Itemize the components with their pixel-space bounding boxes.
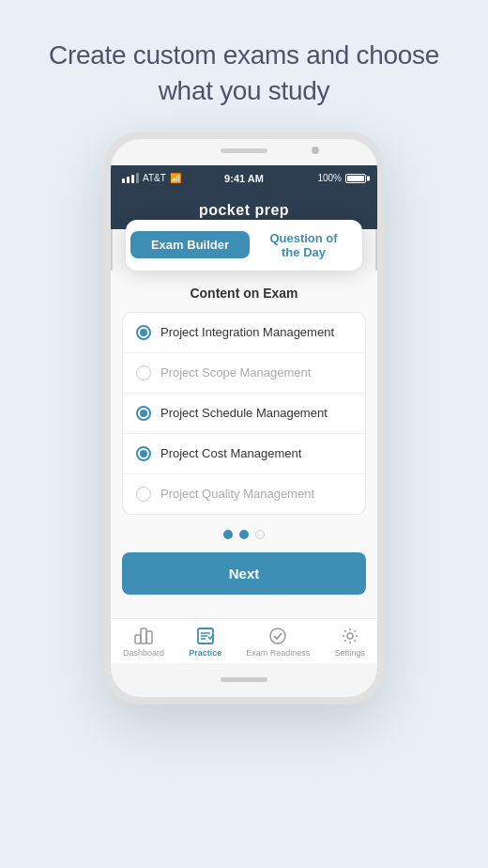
option-label-3: Project Schedule Management: [160, 406, 328, 420]
svg-point-8: [347, 633, 353, 639]
battery-label: 100%: [317, 173, 342, 183]
option-label-5: Project Quality Management: [160, 487, 314, 501]
practice-icon: [195, 627, 216, 645]
battery-icon: [345, 174, 366, 183]
option-label-2: Project Scope Management: [160, 365, 311, 380]
radio-selected-1: [136, 325, 151, 340]
nav-label-practice: Practice: [189, 648, 221, 658]
content-title: Content on Exam: [122, 286, 366, 301]
option-item-1[interactable]: Project Integration Management: [123, 313, 365, 353]
phone-camera: [312, 147, 319, 154]
option-label-1: Project Integration Management: [160, 325, 334, 339]
settings-icon: [340, 627, 360, 645]
radio-unselected-2: [136, 365, 151, 380]
phone-content: Content on Exam Project Integration Mana…: [111, 271, 377, 618]
status-time: 9:41 AM: [224, 173, 264, 184]
status-bar: AT&T 📶 9:41 AM 100%: [111, 165, 377, 192]
phone-bottom: [111, 663, 377, 697]
phone-top: [111, 139, 377, 165]
svg-rect-1: [141, 628, 146, 643]
radio-unselected-5: [136, 487, 151, 502]
wifi-icon: 📶: [170, 173, 181, 183]
app-title: pocket prep: [199, 202, 289, 219]
status-bar-inner: AT&T 📶 9:41 AM 100%: [122, 173, 366, 183]
phone-frame: AT&T 📶 9:41 AM 100% pocket prep Exam Bui…: [103, 132, 385, 705]
tab-question-of-day[interactable]: Question of the Day: [250, 225, 358, 266]
pagination-dot-3[interactable]: [255, 530, 265, 539]
status-left: AT&T 📶: [122, 173, 181, 183]
svg-rect-2: [146, 631, 152, 643]
nav-item-exam-readiness[interactable]: Exam Readiness: [238, 625, 317, 659]
option-item-4[interactable]: Project Cost Management: [123, 434, 365, 474]
option-item-2[interactable]: Project Scope Management: [123, 353, 365, 394]
tab-switcher: Exam Builder Question of the Day: [126, 220, 362, 271]
bottom-nav: Dashboard Practice Exam R: [111, 618, 377, 663]
option-label-4: Project Cost Management: [160, 446, 301, 460]
status-right: 100%: [317, 173, 366, 183]
nav-item-dashboard[interactable]: Dashboard: [115, 625, 172, 659]
pagination: [122, 530, 366, 539]
phone-speaker: [221, 148, 267, 153]
svg-rect-0: [135, 635, 141, 643]
nav-label-exam-readiness: Exam Readiness: [246, 648, 310, 658]
carrier-label: AT&T: [143, 173, 166, 183]
pagination-dot-2[interactable]: [239, 530, 249, 539]
radio-selected-4: [136, 446, 151, 461]
dashboard-icon: [133, 627, 154, 645]
home-indicator: [221, 677, 267, 682]
page-headline: Create custom exams and choose what you …: [0, 0, 488, 109]
pagination-dot-1[interactable]: [223, 530, 233, 539]
nav-label-dashboard: Dashboard: [123, 648, 164, 658]
exam-readiness-icon: [267, 627, 288, 645]
option-item-5[interactable]: Project Quality Management: [123, 474, 365, 514]
option-list: Project Integration Management Project S…: [122, 312, 366, 515]
nav-label-settings: Settings: [334, 648, 365, 658]
option-item-3[interactable]: Project Schedule Management: [123, 394, 365, 434]
tab-exam-builder[interactable]: Exam Builder: [130, 231, 250, 258]
nav-item-settings[interactable]: Settings: [327, 625, 373, 659]
nav-item-practice[interactable]: Practice: [181, 625, 229, 659]
next-button[interactable]: Next: [122, 552, 366, 595]
svg-point-7: [270, 628, 285, 643]
radio-selected-3: [136, 406, 151, 421]
signal-icon: [122, 173, 139, 183]
